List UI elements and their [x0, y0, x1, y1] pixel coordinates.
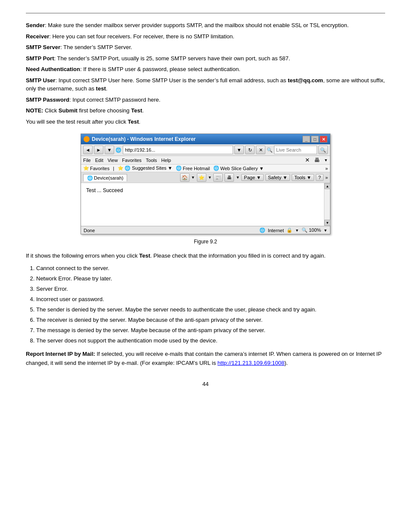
report-link-end: ).	[284, 360, 288, 366]
scrollbar-track[interactable]	[324, 189, 330, 220]
list-item: The message is denied by the server. May…	[36, 326, 385, 335]
post-figure-para: If it shows the following errors when yo…	[26, 252, 385, 260]
addr-dropdown[interactable]: ▼	[234, 146, 244, 154]
receiver-para: Receiver: Here you can set four receiver…	[26, 32, 385, 41]
search-input[interactable]	[274, 146, 317, 154]
fav-divider1: |	[113, 166, 114, 171]
list-item: The sender is denied by the server. Mayb…	[36, 305, 385, 314]
smtp-user-bold: SMTP User	[26, 77, 55, 84]
print-dropdown[interactable]: ▼	[236, 175, 240, 180]
smtp-user-example1: test@qq.com	[288, 77, 323, 84]
menu-view[interactable]: View	[108, 158, 118, 163]
help-button[interactable]: ?	[316, 174, 324, 181]
smtp-port-para: SMTP Port: The sender’s SMTP Port, usual…	[26, 54, 385, 63]
home-dropdown[interactable]: ▼	[191, 175, 195, 180]
status-internet-icon: 🌐	[259, 227, 265, 233]
note-test-bold: Test	[131, 107, 142, 114]
search-submit-button[interactable]: 🔍	[318, 146, 328, 154]
smtp-port-text: : The sender’s SMTP Port, usually is 25,…	[54, 55, 290, 62]
fav-webslice[interactable]: 🌐 Web Slice Gallery ▼	[213, 165, 264, 171]
scrollbar-down-button[interactable]: ▼	[324, 220, 330, 226]
forward-button[interactable]: ►	[94, 146, 103, 154]
note-bold: NOTE:	[26, 107, 43, 114]
note-submit-bold: Submit	[59, 107, 78, 114]
back-button[interactable]: ◄	[83, 146, 93, 154]
top-divider	[26, 13, 385, 13]
fav-favorites-label: Favorites	[90, 166, 109, 171]
rss-button[interactable]: 📰	[213, 173, 223, 182]
smtp-server-para: SMTP Server: The sender’s SMTP Server.	[26, 43, 385, 52]
fav-hotmail-label: Free Hotmail	[183, 166, 210, 171]
post-test-bold: Test	[139, 252, 150, 259]
minimize-button[interactable]: _	[302, 136, 310, 143]
browser-window: Device(sarah) - Windows Internet Explore…	[81, 134, 330, 234]
smtp-password-text: : Input correct SMTP password here.	[69, 96, 160, 103]
refresh-button[interactable]: ↻	[245, 146, 255, 154]
browser-toolbar-right: 🏠 ▼ ⭐ ▼ 📰 🖶 ▼ Page ▼ Safety ▼ Tools ▼ ? …	[180, 173, 328, 182]
address-input[interactable]	[123, 146, 233, 154]
fav-hotmail[interactable]: 🌐 Free Hotmail	[176, 165, 210, 171]
fav-dropdown[interactable]: ▼	[208, 175, 212, 180]
note-para: NOTE: Click Submit first before choosing…	[26, 106, 385, 115]
need-auth-bold: Need Authentication	[26, 66, 80, 72]
fav-extend-button[interactable]: »	[325, 166, 328, 171]
report-para: Report Internet IP by Mail: If selected,…	[26, 350, 385, 368]
page-menu[interactable]: Page ▼	[241, 174, 264, 181]
menu-favorites[interactable]: Favorites	[122, 158, 141, 163]
browser-titlebar-controls[interactable]: _ □ ✕	[302, 136, 327, 143]
browser-tabrow: 🌐 Device(sarah) 🏠 ▼ ⭐ ▼ 📰 🖶 ▼ Page ▼ Saf…	[81, 172, 330, 183]
page-number: 44	[26, 381, 385, 387]
browser-tab[interactable]: 🌐 Device(sarah)	[83, 174, 127, 181]
hotmail-icon: 🌐	[176, 165, 182, 171]
status-security-icon: 🔒	[286, 227, 293, 233]
browser-addressbar: ◄ ► ▼ 🌐 ▼ ↻ ✕ 🔍 🔍	[81, 144, 330, 156]
menu-tools[interactable]: Tools	[146, 158, 157, 163]
tab-icon: 🌐	[87, 175, 92, 180]
status-dropdown1[interactable]: ▼	[295, 228, 299, 233]
test-succeed-text: Test ... Succeed	[86, 187, 123, 193]
close-button[interactable]: ✕	[320, 136, 327, 143]
post-intro: If it shows the following errors when yo…	[26, 252, 139, 259]
fav-suggested-label: 🌐 Suggested Sites ▼	[125, 165, 172, 171]
smtp-port-bold: SMTP Port	[26, 55, 54, 62]
maximize-button[interactable]: □	[311, 136, 319, 143]
favorites-button[interactable]: ⭐	[197, 173, 206, 182]
menu-help[interactable]: Help	[161, 158, 171, 163]
extend-button2[interactable]: »	[325, 175, 328, 180]
favorites-star-icon: ⭐	[83, 165, 89, 171]
smtp-password-bold: SMTP Password	[26, 96, 69, 103]
report-link[interactable]: http://121.213.109.69:1008	[218, 360, 284, 366]
fav-webslice-label: Web Slice Gallery ▼	[220, 166, 264, 171]
status-dropdown2[interactable]: ▼	[324, 228, 327, 233]
status-right: 🌐 Internet 🔒 ▼ 🔍 100% ▼	[259, 227, 327, 233]
status-done: Done	[84, 228, 95, 233]
tab-label: Device(sarah)	[94, 175, 123, 180]
stop-button[interactable]: ✕	[256, 146, 265, 154]
smtp-user-example2: test	[96, 85, 106, 92]
figure-caption: Figure 9.2	[26, 238, 385, 246]
fav-suggested[interactable]: ⭐ 🌐 Suggested Sites ▼	[118, 165, 172, 171]
status-internet-text: Internet	[268, 228, 284, 233]
fav-favorites[interactable]: ⭐ Favorites	[83, 165, 109, 171]
receiver-bold: Receiver	[26, 33, 49, 40]
live-search-icon: 🔍	[267, 147, 273, 153]
you-will-para: You will see the test result after you c…	[26, 118, 385, 126]
tools-menu[interactable]: Tools ▼	[292, 174, 314, 181]
addr-icon: 🌐	[115, 147, 121, 153]
safety-menu[interactable]: Safety ▼	[265, 174, 290, 181]
home-button[interactable]: 🏠	[180, 173, 190, 182]
browser-scrollbar[interactable]: ▲ ▼	[324, 183, 330, 226]
post-intro-end: . Please check that the information you …	[150, 252, 326, 259]
receiver-text: : Here you can set four receivers. For r…	[49, 33, 234, 40]
scrollbar-up-button[interactable]: ▲	[324, 183, 330, 189]
you-will-period: .	[139, 118, 140, 125]
smtp-password-para: SMTP Password: Input correct SMTP passwo…	[26, 96, 385, 104]
menu-close-tab[interactable]: ✕	[305, 157, 310, 163]
menu-file[interactable]: File	[83, 158, 91, 163]
menu-printer-icon: 🖶	[314, 157, 320, 163]
menu-dropdown-arrow[interactable]: ▼	[324, 158, 328, 162]
nav-dropdown[interactable]: ▼	[105, 146, 114, 154]
print-button[interactable]: 🖶	[224, 173, 234, 182]
browser-menubar: File Edit View Favorites Tools Help ✕ 🖶 …	[81, 156, 330, 165]
menu-edit[interactable]: Edit	[95, 158, 103, 163]
